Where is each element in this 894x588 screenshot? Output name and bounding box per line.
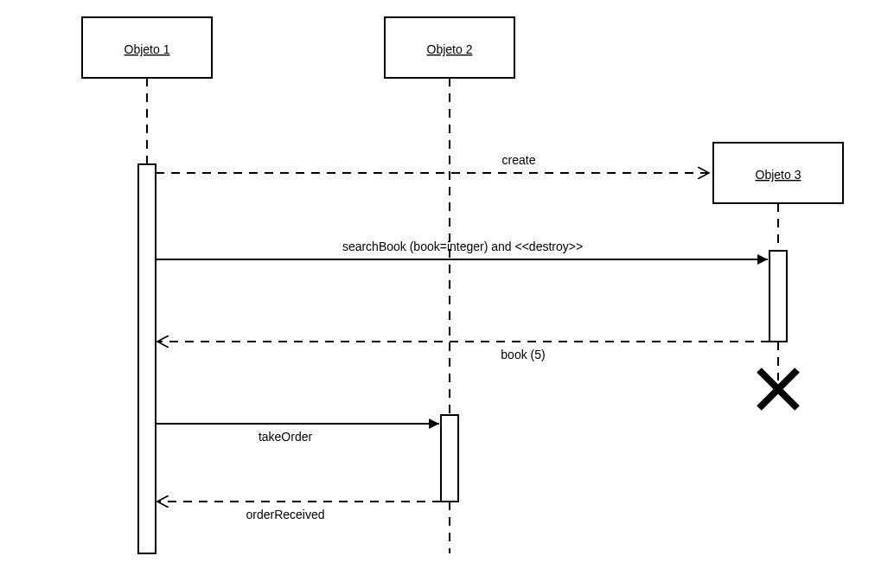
message-book-label: book (5)	[501, 348, 545, 361]
lifeline-obj2-head: Objeto 2	[385, 17, 514, 78]
message-takeorder-label: takeOrder	[259, 430, 313, 444]
activation-obj1	[138, 164, 156, 553]
message-create-label: create	[502, 153, 536, 167]
lifeline-obj3-label: Objeto 3	[756, 168, 801, 182]
sequence-diagram: Objeto 1 Objeto 2 Objeto 3 create search…	[0, 0, 894, 588]
lifeline-obj3-head: Objeto 3	[713, 143, 843, 203]
message-searchbook-label: searchBook (book=integer) and <<destroy>…	[342, 240, 583, 253]
lifeline-obj2-label: Objeto 2	[427, 42, 473, 56]
message-orderreceived-label: orderReceived	[246, 508, 324, 521]
activation-obj3	[769, 251, 787, 342]
activation-obj2	[441, 415, 458, 502]
lifeline-obj1-head: Objeto 1	[82, 17, 212, 78]
lifeline-obj1-label: Objeto 1	[125, 42, 170, 56]
